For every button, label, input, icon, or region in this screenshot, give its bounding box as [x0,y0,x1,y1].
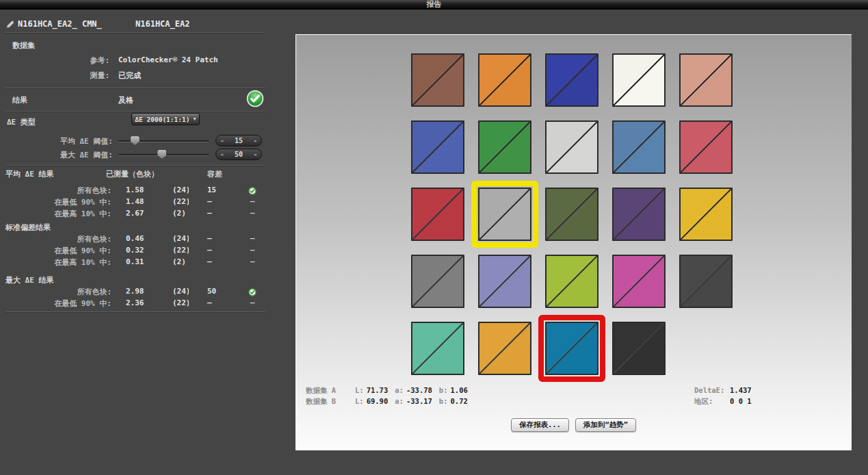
row-value: 2.98 [126,287,144,296]
color-patch[interactable] [545,188,599,241]
dataset-a-label: 数据集 A [306,385,348,396]
results-table-body: 所有色块:1.58(24)15在最低 90% 中:1.48(22)––在最高 1… [0,185,295,310]
row-value: 0.31 [126,257,144,266]
a-axis-label: a: [395,396,404,407]
divider [5,111,265,112]
measure-label: 测量: [5,70,109,81]
report-window: { "titlebar": { "title": "报告" }, "colors… [0,0,868,475]
table-section-title: 标准偏差结果 [0,222,295,234]
color-patch-selected-yellow[interactable] [478,188,531,241]
color-patch[interactable] [612,255,666,308]
avg-de-threshold-stepper[interactable]: ◄ 15 ► [215,135,262,146]
chevron-down-icon: ▼ [193,116,196,122]
avg-de-threshold-row: 平均 ΔE 阈值: ◄ 15 ► [0,134,295,146]
avg-de-threshold-slider[interactable] [118,140,209,142]
row-status: – [247,298,258,307]
color-patch[interactable] [612,53,666,107]
row-tolerance: – [207,257,212,266]
sidebar: N161HCA_EA2_ CMN_ N161HCA_EA2 数据集 参考: Co… [0,9,295,475]
row-pass-check-icon [248,187,257,195]
device-name: N161HCA_EA2_ CMN_ [18,19,135,29]
color-patch[interactable] [411,53,464,107]
row-status [247,288,258,298]
max-de-threshold-slider[interactable] [118,154,209,156]
color-patch[interactable] [679,53,733,107]
max-de-threshold-label: 最大 ΔE 阈值: [5,150,113,160]
dataset-b-b-value: 0.72 [451,397,468,405]
tolerance-column-header: 容差 [207,169,222,179]
color-patch[interactable] [545,255,599,308]
dataset-b-row: 数据集 BL:69.90a:-33.17b:0.72 [306,396,468,407]
titlebar: 报告 [0,0,868,10]
color-patch[interactable] [545,120,599,174]
row-label: 在最低 90% 中: [5,197,111,207]
row-status: – [247,257,258,266]
row-tolerance: 15 [207,185,216,194]
row-tolerance: 50 [207,287,216,296]
color-patch[interactable] [679,255,733,308]
color-patch[interactable] [411,188,464,241]
de-type-dropdown[interactable]: ΔE 2000(1:1:1) ▼ [131,113,200,125]
row-patch-count: (2) [172,209,189,218]
save-report-button[interactable]: 保存报表... [511,418,569,432]
table-row: 所有色块:2.98(24)50 [0,287,295,298]
reference-label: 参考: [5,55,109,66]
row-value: 2.36 [126,298,144,307]
color-patch[interactable] [478,120,531,174]
slider-thumb[interactable] [131,136,140,145]
color-patch[interactable] [411,255,464,308]
max-de-threshold-row: 最大 ΔE 阈值: ◄ 50 ► [0,148,295,160]
row-status: – [247,209,258,218]
row-patch-count: (24) [172,234,189,243]
color-patch-selected-red[interactable] [545,322,599,375]
row-status: – [247,197,258,206]
row-patch-count: (22) [172,246,189,255]
table-row: 在最低 90% 中:1.48(22)–– [0,197,295,209]
stepper-right-icon[interactable]: ► [254,138,257,144]
max-de-threshold-stepper[interactable]: ◄ 50 ► [215,149,262,160]
pencil-icon [5,19,15,29]
max-de-threshold-value: 50 [235,151,243,158]
color-patch[interactable] [478,255,531,308]
b-axis-label: b: [439,396,448,407]
slider-thumb[interactable] [157,150,166,159]
divider [5,32,265,33]
row-patch-count: (2) [172,257,189,266]
row-patch-count: (22) [172,197,189,206]
row-status: – [247,246,258,255]
row-tolerance: – [207,197,212,206]
l-axis-label: L: [355,385,364,396]
color-patch[interactable] [612,188,666,241]
table-row: 所有色块:0.46(24)–– [0,234,295,246]
color-patch[interactable] [679,120,733,174]
dataset-a-l-value: 71.73 [367,386,389,394]
section-title-text: 最大 ΔE 结果 [5,275,54,285]
color-patch[interactable] [478,53,531,107]
stepper-left-icon[interactable]: ◄ [220,152,223,157]
color-patch[interactable] [545,53,599,107]
divider [5,311,265,312]
delta-e-row: DeltaE:1.437 [694,385,752,396]
color-patch[interactable] [411,322,464,375]
pass-check-icon [246,90,264,107]
color-patch[interactable] [679,188,733,241]
row-label: 在最高 10% 中: [5,257,111,268]
stepper-right-icon[interactable]: ► [254,152,257,157]
color-patch[interactable] [478,322,531,375]
region-label: 地区: [694,396,730,407]
row-pass-check-icon [248,288,257,296]
add-to-trend-button[interactable]: 添加到“趋势” [575,418,636,432]
color-patch[interactable] [411,120,464,174]
region-row: 地区:0 0 1 [694,396,752,407]
color-patch[interactable] [612,322,666,375]
row-status: – [247,234,258,243]
row-value: 1.48 [126,197,144,206]
row-patch-count: (24) [172,287,189,296]
row-tolerance: – [207,246,212,255]
table-row: 所有色块:1.58(24)15 [0,185,295,197]
row-label: 在最高 10% 中: [5,209,111,219]
dataset-b-label: 数据集 B [306,396,348,407]
color-patch[interactable] [612,120,666,174]
stepper-left-icon[interactable]: ◄ [220,138,223,144]
row-label: 在最低 90% 中: [5,298,111,309]
